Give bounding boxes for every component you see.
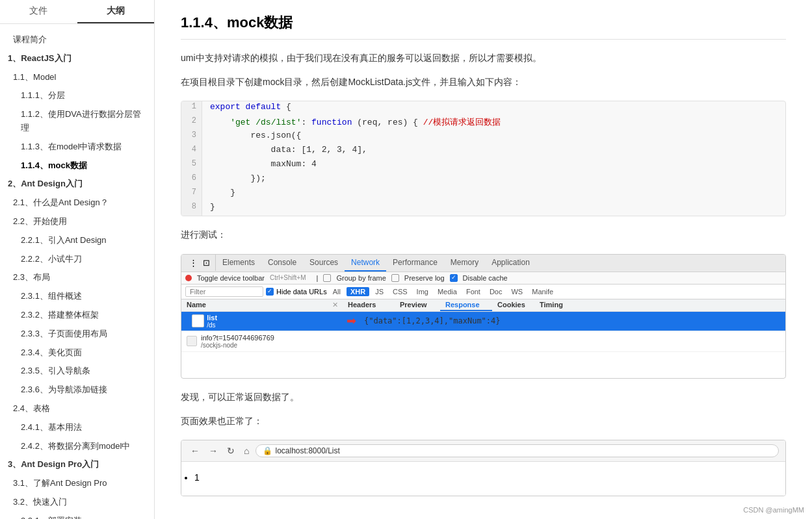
toggle-device-label[interactable]: Toggle device toolbar bbox=[197, 274, 265, 282]
paragraph-3: 进行测试： bbox=[181, 227, 786, 243]
disable-cache-label: Disable cache bbox=[463, 274, 508, 282]
devtools-tab-sources[interactable]: Sources bbox=[303, 255, 345, 272]
browser-refresh-btn[interactable]: ↻ bbox=[224, 444, 237, 457]
page-title: 1.1.4、mock数据 bbox=[181, 13, 786, 40]
sidebar-nav-item[interactable]: 2.2.2、小试牛刀 bbox=[0, 250, 154, 269]
col-x-val bbox=[331, 320, 343, 322]
sidebar-nav-item[interactable]: 课程简介 bbox=[0, 31, 154, 49]
sidebar-nav-item[interactable]: 2.4、表格 bbox=[0, 399, 154, 418]
devtools-icon[interactable]: ⊡ bbox=[200, 255, 213, 271]
filter-doc[interactable]: Doc bbox=[486, 287, 506, 296]
line-number: 2 bbox=[181, 116, 202, 130]
request-name-2: info?t=1540744696769 /sockjs-node bbox=[201, 334, 274, 349]
filter-ws[interactable]: WS bbox=[508, 287, 526, 296]
disable-cache-checkbox[interactable] bbox=[450, 274, 458, 282]
main-content: 1.1.4、mock数据 umi中支持对请求的模拟，由于我们现在没有真正的服务可… bbox=[155, 0, 812, 519]
hide-data-urls-checkbox[interactable] bbox=[266, 288, 274, 296]
sidebar-nav: 课程简介1、ReactJS入门1.1、Model1.1.1、分层1.1.2、使用… bbox=[0, 24, 154, 519]
sidebar-nav-item[interactable]: 2.3.3、子页面使用布局 bbox=[0, 325, 154, 344]
arrow-icon: ➡ bbox=[347, 314, 356, 328]
col-name-header: Name bbox=[181, 299, 331, 311]
sidebar-nav-item[interactable]: 2.2.1、引入Ant Design bbox=[0, 231, 154, 250]
code-line: 1export default { bbox=[181, 101, 785, 116]
browser-home-btn[interactable]: ⌂ bbox=[241, 444, 252, 457]
devtools-tab-performance[interactable]: Performance bbox=[386, 255, 444, 272]
filter-xhr[interactable]: XHR bbox=[347, 287, 369, 296]
filter-js[interactable]: JS bbox=[372, 287, 387, 296]
sidebar-nav-item[interactable]: 3.1、了解Ant Design Pro bbox=[0, 474, 154, 493]
sidebar-nav-item[interactable]: 2.4.2、将数据分离到model中 bbox=[0, 437, 154, 456]
sidebar-nav-item[interactable]: 2.3.6、为导航添加链接 bbox=[0, 381, 154, 399]
sidebar-nav-item[interactable]: 1.1.1、分层 bbox=[0, 86, 154, 105]
sidebar-nav-item[interactable]: 1.1、Model bbox=[0, 68, 154, 87]
line-code: export default { bbox=[202, 101, 299, 116]
filter-media[interactable]: Media bbox=[434, 287, 460, 296]
response-data: {"data":[1,2,3,4],"maxNum":4} bbox=[360, 315, 504, 327]
request-icon bbox=[192, 314, 204, 327]
sidebar-nav-item[interactable]: 2.2、开始使用 bbox=[0, 212, 154, 231]
group-by-frame-checkbox[interactable] bbox=[323, 274, 331, 282]
request-row-info[interactable]: info?t=1540744696769 /sockjs-node bbox=[181, 331, 785, 352]
sidebar-nav-item[interactable]: 2.3.5、引入导航条 bbox=[0, 362, 154, 381]
browser-forward-btn[interactable]: → bbox=[206, 444, 220, 457]
sidebar-nav-item[interactable]: 2.3.1、组件概述 bbox=[0, 287, 154, 306]
line-code: maxNum: 4 bbox=[202, 158, 324, 173]
recording-dot bbox=[185, 275, 192, 281]
preserve-log-checkbox[interactable] bbox=[391, 274, 399, 282]
devtools-column-headers: Name ✕ Headers Preview Response Cookies … bbox=[181, 299, 785, 312]
devtools-icon[interactable]: ⋮ bbox=[187, 255, 200, 271]
col-response-header: Response bbox=[440, 299, 492, 311]
line-number: 8 bbox=[181, 201, 202, 216]
devtools-tab-elements[interactable]: Elements bbox=[216, 255, 261, 272]
line-number: 3 bbox=[181, 130, 202, 144]
devtools-tab-application[interactable]: Application bbox=[485, 255, 536, 272]
sidebar-nav-item[interactable]: 2、Ant Design入门 bbox=[0, 175, 154, 194]
sidebar-nav-item[interactable]: 3.2.1、部署安装 bbox=[0, 512, 154, 519]
sidebar-nav-item[interactable]: 3、Ant Design Pro入门 bbox=[0, 455, 154, 474]
sidebar-nav-item[interactable]: 3.2、快速入门 bbox=[0, 493, 154, 512]
filter-font[interactable]: Font bbox=[463, 287, 484, 296]
sidebar-nav-item[interactable]: 2.3、布局 bbox=[0, 268, 154, 287]
browser-list: 1 bbox=[194, 472, 772, 483]
browser-preview: ← → ↻ ⌂ 🔒 localhost:8000/List 1 bbox=[181, 440, 786, 496]
sidebar-nav-item[interactable]: 1.1.4、mock数据 bbox=[0, 157, 154, 175]
sidebar-nav-item[interactable]: 2.1、什么是Ant Design？ bbox=[0, 194, 154, 212]
request-icon-2 bbox=[187, 336, 197, 346]
paragraph-4: 发现，可以正常返回数据了。 bbox=[181, 389, 786, 405]
filter-all[interactable]: All bbox=[330, 287, 344, 296]
filter-manifest[interactable]: Manife bbox=[529, 287, 557, 296]
line-code: res.json({ bbox=[202, 130, 309, 144]
line-code: } bbox=[202, 201, 223, 216]
line-code: data: [1, 2, 3, 4], bbox=[202, 144, 375, 158]
tab-outline[interactable]: 大纲 bbox=[77, 0, 155, 23]
filter-css[interactable]: CSS bbox=[389, 287, 411, 296]
request-path-2: /sockjs-node bbox=[201, 342, 274, 349]
sidebar-nav-item[interactable]: 2.3.4、美化页面 bbox=[0, 344, 154, 362]
devtools-tab-console[interactable]: Console bbox=[261, 255, 303, 272]
sidebar-nav-item[interactable]: 2.3.2、搭建整体框架 bbox=[0, 306, 154, 325]
devtools-icon-area: ⋮⊡ bbox=[184, 255, 216, 271]
shortcut-label: Ctrl+Shift+M bbox=[270, 274, 306, 281]
sidebar: 文件 大纲 课程简介1、ReactJS入门1.1、Model1.1.1、分层1.… bbox=[0, 0, 155, 519]
list-item: 1 bbox=[194, 472, 772, 483]
sidebar-nav-item[interactable]: 1.1.2、使用DVA进行数据分层管理 bbox=[0, 105, 154, 138]
code-block: 1export default {2 'get /ds/list': funct… bbox=[181, 101, 786, 216]
sidebar-tabs: 文件 大纲 bbox=[0, 0, 154, 24]
paragraph-2: 在项目根目录下创建mock目录，然后创建MockListData.js文件，并且… bbox=[181, 74, 786, 90]
devtools-toolbar: Toggle device toolbar Ctrl+Shift+M | Gro… bbox=[181, 272, 785, 285]
code-line: 4 data: [1, 2, 3, 4], bbox=[181, 144, 785, 158]
request-row-list[interactable]: list /ds ➡ {"data":[1,2,3,4],"maxNum":4} bbox=[181, 312, 785, 331]
devtools-tab-memory[interactable]: Memory bbox=[444, 255, 485, 272]
sidebar-nav-item[interactable]: 1.1.3、在model中请求数据 bbox=[0, 138, 154, 157]
request-path: /ds bbox=[207, 322, 331, 329]
devtools-tab-network[interactable]: Network bbox=[345, 255, 386, 272]
browser-back-btn[interactable]: ← bbox=[188, 444, 202, 457]
filter-img[interactable]: Img bbox=[413, 287, 432, 296]
sidebar-nav-item[interactable]: 1、ReactJS入门 bbox=[0, 49, 154, 68]
devtools-filter-bar: Hide data URLs All XHR JS CSS Img Media … bbox=[181, 285, 785, 299]
browser-url-bar[interactable]: 🔒 localhost:8000/List bbox=[255, 444, 779, 457]
browser-content: 1 bbox=[181, 462, 785, 496]
sidebar-nav-item[interactable]: 2.4.1、基本用法 bbox=[0, 418, 154, 437]
filter-input[interactable] bbox=[185, 286, 263, 297]
tab-file[interactable]: 文件 bbox=[0, 0, 77, 23]
